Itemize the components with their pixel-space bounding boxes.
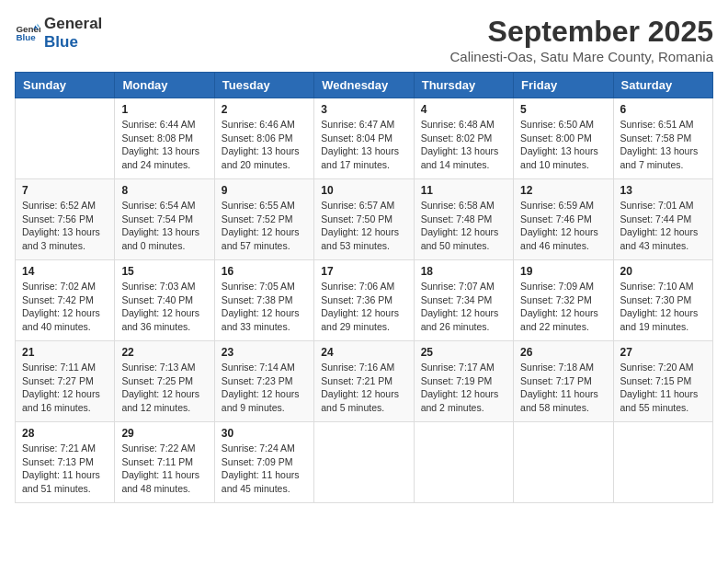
day-number: 2: [222, 103, 307, 116]
week-row-4: 21Sunrise: 7:11 AM Sunset: 7:27 PM Dayli…: [16, 341, 713, 422]
day-number: 18: [421, 265, 506, 278]
day-number: 26: [520, 346, 606, 359]
weekday-header-row: SundayMondayTuesdayWednesdayThursdayFrid…: [16, 73, 713, 98]
calendar-cell: 3Sunrise: 6:47 AM Sunset: 8:04 PM Daylig…: [314, 98, 414, 179]
logo-icon: General Blue: [15, 20, 40, 46]
calendar-cell: 20Sunrise: 7:10 AM Sunset: 7:30 PM Dayli…: [613, 260, 712, 341]
day-number: 20: [620, 265, 706, 278]
logo-general: General: [44, 15, 102, 33]
day-detail: Sunrise: 7:21 AM Sunset: 7:13 PM Dayligh…: [22, 442, 108, 496]
day-detail: Sunrise: 7:20 AM Sunset: 7:15 PM Dayligh…: [620, 361, 706, 415]
calendar-cell: [16, 98, 115, 179]
calendar-cell: 9Sunrise: 6:55 AM Sunset: 7:52 PM Daylig…: [214, 179, 313, 260]
calendar-cell: 8Sunrise: 6:54 AM Sunset: 7:54 PM Daylig…: [115, 179, 214, 260]
calendar-cell: 11Sunrise: 6:58 AM Sunset: 7:48 PM Dayli…: [414, 179, 513, 260]
day-detail: Sunrise: 7:05 AM Sunset: 7:38 PM Dayligh…: [222, 280, 307, 334]
calendar-cell: 30Sunrise: 7:24 AM Sunset: 7:09 PM Dayli…: [214, 422, 313, 503]
calendar-cell: 24Sunrise: 7:16 AM Sunset: 7:21 PM Dayli…: [314, 341, 414, 422]
calendar-cell: 12Sunrise: 6:59 AM Sunset: 7:46 PM Dayli…: [514, 179, 613, 260]
calendar-cell: 13Sunrise: 7:01 AM Sunset: 7:44 PM Dayli…: [613, 179, 712, 260]
week-row-1: 1Sunrise: 6:44 AM Sunset: 8:08 PM Daylig…: [16, 98, 713, 179]
logo: General Blue General Blue: [15, 15, 102, 52]
day-number: 24: [321, 346, 406, 359]
day-number: 27: [620, 346, 706, 359]
day-number: 13: [620, 184, 706, 197]
day-detail: Sunrise: 6:52 AM Sunset: 7:56 PM Dayligh…: [22, 199, 108, 253]
day-detail: Sunrise: 7:01 AM Sunset: 7:44 PM Dayligh…: [620, 199, 706, 253]
day-detail: Sunrise: 7:03 AM Sunset: 7:40 PM Dayligh…: [121, 280, 207, 334]
weekday-header-thursday: Thursday: [414, 73, 513, 98]
calendar-cell: 26Sunrise: 7:18 AM Sunset: 7:17 PM Dayli…: [514, 341, 613, 422]
day-number: 8: [121, 184, 207, 197]
day-detail: Sunrise: 6:47 AM Sunset: 8:04 PM Dayligh…: [321, 118, 406, 172]
calendar-cell: 28Sunrise: 7:21 AM Sunset: 7:13 PM Dayli…: [16, 422, 115, 503]
calendar-cell: [613, 422, 712, 503]
day-number: 9: [222, 184, 307, 197]
day-number: 17: [321, 265, 406, 278]
day-detail: Sunrise: 7:09 AM Sunset: 7:32 PM Dayligh…: [520, 280, 606, 334]
day-detail: Sunrise: 7:07 AM Sunset: 7:34 PM Dayligh…: [421, 280, 506, 334]
day-detail: Sunrise: 6:51 AM Sunset: 7:58 PM Dayligh…: [620, 118, 706, 172]
day-detail: Sunrise: 7:11 AM Sunset: 7:27 PM Dayligh…: [22, 361, 108, 415]
day-detail: Sunrise: 7:10 AM Sunset: 7:30 PM Dayligh…: [620, 280, 706, 334]
day-number: 6: [620, 103, 706, 116]
calendar-cell: [414, 422, 513, 503]
calendar-cell: 22Sunrise: 7:13 AM Sunset: 7:25 PM Dayli…: [115, 341, 214, 422]
weekday-header-sunday: Sunday: [16, 73, 115, 98]
day-detail: Sunrise: 6:57 AM Sunset: 7:50 PM Dayligh…: [321, 199, 406, 253]
day-number: 12: [520, 184, 606, 197]
day-number: 7: [22, 184, 108, 197]
day-number: 19: [520, 265, 606, 278]
svg-text:Blue: Blue: [16, 33, 36, 43]
calendar-cell: 27Sunrise: 7:20 AM Sunset: 7:15 PM Dayli…: [613, 341, 712, 422]
calendar-cell: 4Sunrise: 6:48 AM Sunset: 8:02 PM Daylig…: [414, 98, 513, 179]
day-detail: Sunrise: 7:17 AM Sunset: 7:19 PM Dayligh…: [421, 361, 506, 415]
day-detail: Sunrise: 7:02 AM Sunset: 7:42 PM Dayligh…: [22, 280, 108, 334]
day-detail: Sunrise: 6:59 AM Sunset: 7:46 PM Dayligh…: [520, 199, 606, 253]
day-detail: Sunrise: 7:16 AM Sunset: 7:21 PM Dayligh…: [321, 361, 406, 415]
day-detail: Sunrise: 7:22 AM Sunset: 7:11 PM Dayligh…: [121, 442, 207, 496]
weekday-header-friday: Friday: [514, 73, 613, 98]
calendar-cell: 18Sunrise: 7:07 AM Sunset: 7:34 PM Dayli…: [414, 260, 513, 341]
day-number: 14: [22, 265, 108, 278]
weekday-header-tuesday: Tuesday: [214, 73, 313, 98]
day-number: 25: [421, 346, 506, 359]
day-number: 21: [22, 346, 108, 359]
calendar-cell: 23Sunrise: 7:14 AM Sunset: 7:23 PM Dayli…: [214, 341, 313, 422]
month-title: September 2025: [449, 15, 713, 49]
day-detail: Sunrise: 7:13 AM Sunset: 7:25 PM Dayligh…: [121, 361, 207, 415]
day-number: 5: [520, 103, 606, 116]
day-number: 4: [421, 103, 506, 116]
day-number: 29: [121, 427, 207, 440]
day-number: 11: [421, 184, 506, 197]
day-detail: Sunrise: 6:44 AM Sunset: 8:08 PM Dayligh…: [121, 118, 207, 172]
calendar-cell: 2Sunrise: 6:46 AM Sunset: 8:06 PM Daylig…: [214, 98, 313, 179]
calendar-cell: 15Sunrise: 7:03 AM Sunset: 7:40 PM Dayli…: [115, 260, 214, 341]
day-number: 15: [121, 265, 207, 278]
calendar-table: SundayMondayTuesdayWednesdayThursdayFrid…: [15, 72, 713, 503]
day-detail: Sunrise: 6:48 AM Sunset: 8:02 PM Dayligh…: [421, 118, 506, 172]
weekday-header-saturday: Saturday: [613, 73, 712, 98]
calendar-cell: 1Sunrise: 6:44 AM Sunset: 8:08 PM Daylig…: [115, 98, 214, 179]
day-number: 3: [321, 103, 406, 116]
day-detail: Sunrise: 7:14 AM Sunset: 7:23 PM Dayligh…: [222, 361, 307, 415]
day-detail: Sunrise: 6:54 AM Sunset: 7:54 PM Dayligh…: [121, 199, 207, 253]
weekday-header-monday: Monday: [115, 73, 214, 98]
day-detail: Sunrise: 7:18 AM Sunset: 7:17 PM Dayligh…: [520, 361, 606, 415]
day-number: 28: [22, 427, 108, 440]
day-number: 10: [321, 184, 406, 197]
calendar-cell: 21Sunrise: 7:11 AM Sunset: 7:27 PM Dayli…: [16, 341, 115, 422]
calendar-cell: 25Sunrise: 7:17 AM Sunset: 7:19 PM Dayli…: [414, 341, 513, 422]
week-row-2: 7Sunrise: 6:52 AM Sunset: 7:56 PM Daylig…: [16, 179, 713, 260]
calendar-cell: [514, 422, 613, 503]
day-detail: Sunrise: 6:58 AM Sunset: 7:48 PM Dayligh…: [421, 199, 506, 253]
logo-blue: Blue: [44, 33, 102, 52]
calendar-cell: 17Sunrise: 7:06 AM Sunset: 7:36 PM Dayli…: [314, 260, 414, 341]
calendar-cell: 19Sunrise: 7:09 AM Sunset: 7:32 PM Dayli…: [514, 260, 613, 341]
day-number: 16: [222, 265, 307, 278]
calendar-cell: [314, 422, 414, 503]
calendar-cell: 5Sunrise: 6:50 AM Sunset: 8:00 PM Daylig…: [514, 98, 613, 179]
calendar-cell: 16Sunrise: 7:05 AM Sunset: 7:38 PM Dayli…: [214, 260, 313, 341]
day-detail: Sunrise: 6:46 AM Sunset: 8:06 PM Dayligh…: [222, 118, 307, 172]
calendar-cell: 10Sunrise: 6:57 AM Sunset: 7:50 PM Dayli…: [314, 179, 414, 260]
